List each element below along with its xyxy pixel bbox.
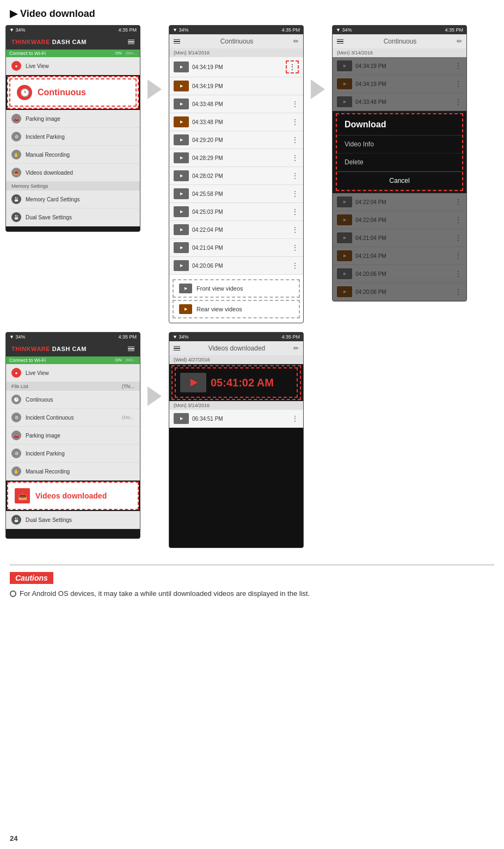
ph5-dots-1[interactable]: ⋮: [291, 415, 299, 422]
video-item-front-1[interactable]: ▶ 04:34:19 PM ⋮: [169, 57, 303, 77]
live-view-4[interactable]: ● Live View: [6, 364, 140, 382]
dual-save-4[interactable]: 💾 Dual Save Settings: [6, 511, 140, 529]
menu-icon-2[interactable]: [174, 39, 180, 44]
dots-f3[interactable]: ⋮: [291, 136, 299, 144]
video-item-f5[interactable]: ▶ 04:28:02 PM ⋮: [169, 167, 303, 185]
video-item-f7[interactable]: ▶ 04:25:03 PM ⋮: [169, 203, 303, 221]
menu-icon-4[interactable]: [128, 347, 134, 352]
legend-rear: ▶ Rear view videos: [173, 300, 300, 318]
download-title: Download: [337, 114, 462, 136]
dots-f5[interactable]: ⋮: [291, 172, 299, 180]
downloaded-video-highlight: 05:41:02 AM: [171, 365, 301, 400]
continuous-4[interactable]: 🕐 Continuous: [6, 391, 140, 409]
ph5-video-1[interactable]: ▶ 06:34:51 PM ⋮: [169, 410, 303, 428]
dots-f7[interactable]: ⋮: [291, 208, 299, 216]
cont-label-4: Continuous: [26, 397, 134, 403]
bg-d8: ⋮: [454, 270, 462, 278]
bg-dots-2: ⋮: [454, 98, 462, 106]
video-item-f3[interactable]: ▶ 04:29:20 PM ⋮: [169, 131, 303, 149]
inc-cont-value: (Mo...: [122, 415, 134, 420]
video-item-f6[interactable]: ▶ 04:25:58 PM ⋮: [169, 185, 303, 203]
edit-icon-3[interactable]: ✏: [457, 38, 462, 45]
wifi-on-badge: ON: [114, 51, 124, 56]
video-time-r1: 04:34:19 PM: [192, 83, 299, 89]
video-item-rear-1[interactable]: ▶ 04:34:19 PM: [169, 77, 303, 95]
arrow-shape-2: [311, 79, 325, 99]
continuous-item[interactable]: 🕐 Continuous: [9, 78, 137, 107]
incident-cont-4[interactable]: ⚙ Incident Continuous (Mo...: [6, 409, 140, 427]
edit-icon-5[interactable]: ✏: [293, 344, 299, 352]
manual-recording-item[interactable]: ✋ Manual Recording: [6, 146, 140, 164]
bg-t8: 04:20:06 PM: [355, 271, 451, 277]
arrow-shape-3: [147, 386, 162, 406]
videos-downloaded-item[interactable]: 📥 Videos downloaded: [6, 164, 140, 182]
videos-downloaded-item-4[interactable]: 📥 Videos downloaded: [8, 483, 138, 509]
video-item-f9[interactable]: ▶ 04:21:04 PM ⋮: [169, 239, 303, 257]
incident-parking-item[interactable]: ⚙ Incident Parking: [6, 128, 140, 146]
phone3-title: Continuous: [384, 38, 417, 45]
video-item-f10[interactable]: ▶ 04:20:06 PM ⋮: [169, 257, 303, 275]
bg-v7: ▶ 04:21:04 PM ⋮: [333, 247, 466, 265]
live-view-item[interactable]: ● Live View: [6, 57, 140, 75]
status-bar-4: ▼ 34% 4:35 PM: [6, 333, 140, 341]
downloaded-video-item[interactable]: 05:41:02 AM: [175, 367, 298, 398]
incident-park-4[interactable]: ⚙ Incident Parking: [6, 445, 140, 463]
bg-time-2: 04:33:48 PM: [355, 99, 451, 105]
video-item-f8[interactable]: ▶ 04:22:04 PM ⋮: [169, 221, 303, 239]
menu-icon-5[interactable]: [174, 346, 180, 351]
phone3-bg-items-2: ▶ 04:22:04 PM ⋮ ▶ 04:22:04 PM ⋮ ▶ 04:21:…: [333, 193, 466, 301]
video-item-r2[interactable]: ▶ 04:33:48 PM ⋮: [169, 113, 303, 131]
download-icon-4: 📥: [15, 488, 30, 503]
wifi-extra-4: (Mo...: [126, 358, 137, 363]
video-time-r2: 04:33:48 PM: [192, 119, 288, 125]
video-info-item[interactable]: Video Info: [337, 136, 462, 153]
phone5-title: Videos downloaded: [208, 344, 266, 352]
dots-f8[interactable]: ⋮: [291, 226, 299, 233]
parking-label: Parking image: [26, 116, 130, 122]
inc-cont-icon: ⚙: [11, 413, 21, 422]
manual-4[interactable]: ✋ Manual Recording: [6, 463, 140, 481]
dots-f10[interactable]: ⋮: [291, 262, 299, 269]
legend-front-icon: ▶: [179, 284, 192, 293]
continuous-highlight: 🕐 Continuous: [7, 76, 139, 109]
parking-image-item[interactable]: 🚗 Parking image: [6, 110, 140, 128]
videos-downloaded-label: Videos downloaded: [26, 170, 134, 176]
cautions-content: For Android OS devices, it may take a wh…: [10, 589, 494, 598]
menu-icon[interactable]: [128, 40, 134, 45]
legend-container: ▶ Front view videos ▶ Rear view videos: [169, 275, 303, 323]
lv-icon-4: ●: [11, 368, 21, 378]
memory-card-label: Memory Card Settings: [26, 196, 134, 202]
dots-f6[interactable]: ⋮: [291, 190, 299, 198]
video-item-f4[interactable]: ▶ 04:28:29 PM ⋮: [169, 149, 303, 167]
dots-f4[interactable]: ⋮: [291, 154, 299, 162]
bg-t7: 04:21:04 PM: [355, 253, 451, 259]
dual-save-item-1[interactable]: 💾 Dual Save Settings: [6, 208, 140, 226]
menu-icon-3[interactable]: [337, 39, 343, 44]
divider: [10, 564, 494, 565]
svg-marker-0: [190, 379, 198, 386]
continuous-label: Continuous: [38, 88, 86, 97]
time-4: 4:35 PM: [118, 334, 137, 340]
edit-icon-2[interactable]: ✏: [293, 38, 299, 45]
parking-4[interactable]: 🚗 Parking image: [6, 427, 140, 445]
bg-rear-1: ▶: [337, 78, 352, 89]
time-5: 4:35 PM: [281, 334, 300, 340]
legend-rear-icon: ▶: [179, 304, 192, 314]
dots-r2[interactable]: ⋮: [291, 118, 299, 126]
status-bar-5: ▼ 34% 4:35 PM: [169, 333, 303, 341]
dots-2[interactable]: ⋮: [291, 100, 299, 108]
front-thumb-1: ▶: [174, 61, 189, 72]
delete-item[interactable]: Delete: [337, 153, 462, 171]
bg-d4: ⋮: [454, 198, 462, 206]
phone2-title: Continuous: [220, 38, 254, 45]
signal-icon: ▼ 34%: [9, 27, 25, 33]
front-thumb-4: ▶: [174, 152, 189, 163]
dots-f9[interactable]: ⋮: [291, 244, 299, 251]
parking-icon: 🚗: [11, 114, 21, 124]
bg-d6: ⋮: [454, 234, 462, 242]
bg-f6: ▶: [337, 232, 352, 243]
dots-menu-highlighted[interactable]: ⋮: [286, 60, 299, 73]
memory-card-item[interactable]: 💾 Memory Card Settings: [6, 190, 140, 208]
video-item-f2[interactable]: ▶ 04:33:48 PM ⋮: [169, 95, 303, 113]
cancel-item[interactable]: Cancel: [337, 171, 462, 190]
